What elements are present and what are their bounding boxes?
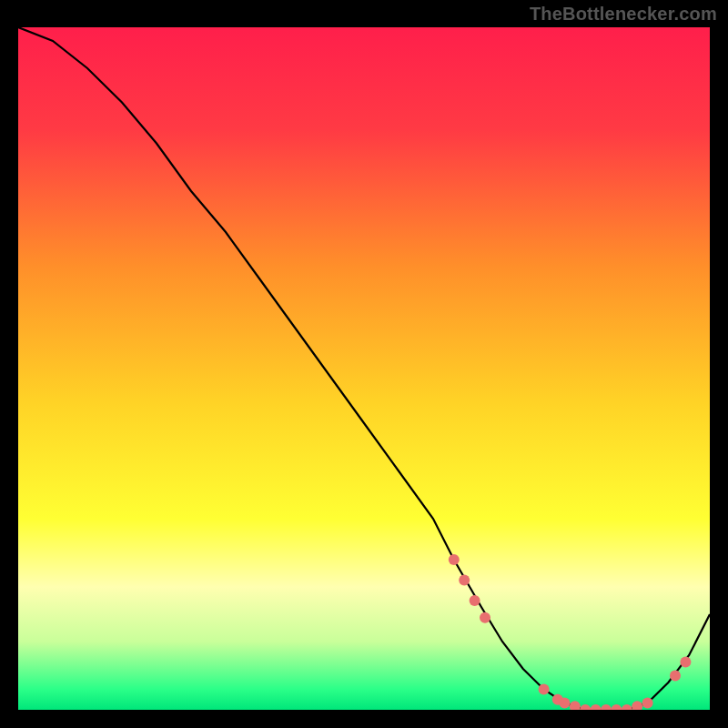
highlight-marker — [559, 698, 570, 709]
highlight-marker — [680, 657, 691, 668]
chart-svg — [18, 27, 710, 710]
highlight-marker — [480, 612, 490, 623]
highlight-marker — [470, 595, 480, 606]
highlight-marker — [459, 575, 470, 586]
highlight-marker — [449, 554, 460, 565]
highlight-marker — [670, 671, 681, 682]
gradient-background — [18, 27, 710, 710]
highlight-marker — [539, 684, 550, 695]
plot-area — [18, 27, 710, 710]
attribution-text: TheBottlenecker.com — [530, 4, 717, 25]
highlight-marker — [642, 698, 653, 709]
chart-frame: TheBottlenecker.com — [0, 0, 728, 728]
